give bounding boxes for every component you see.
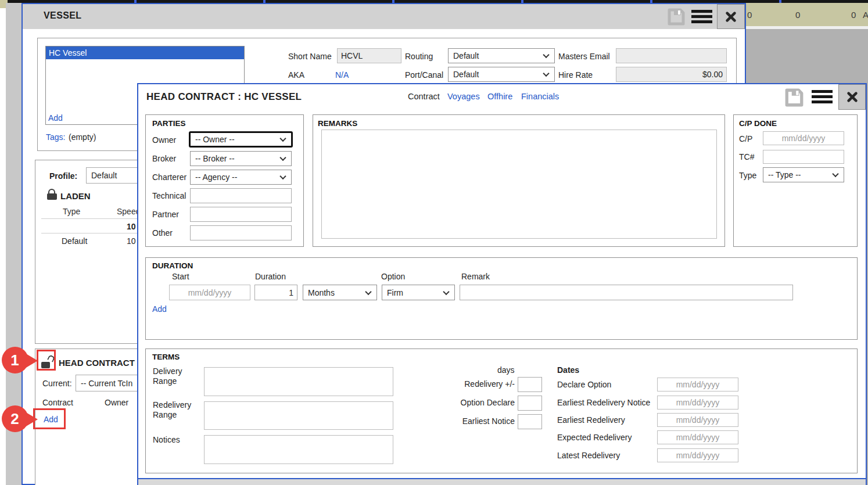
remarks-section: REMARKS: [313, 114, 725, 247]
tab-contract[interactable]: Contract: [408, 92, 440, 101]
menu-icon[interactable]: [691, 10, 712, 23]
routing-label: Routing: [405, 52, 433, 61]
duration-option-select[interactable]: Firm: [382, 285, 455, 300]
contract-col-header: Contract: [42, 398, 73, 407]
tags-link[interactable]: Tags:: [46, 132, 65, 142]
charterer-label: Charterer: [152, 173, 186, 182]
latest-redelivery-date[interactable]: [657, 448, 738, 462]
terms-title: TERMS: [152, 353, 180, 361]
cp-done-title: C/P DONE: [739, 119, 777, 128]
option-declare-input[interactable]: [518, 396, 542, 411]
owner-select-value: -- Owner --: [195, 135, 235, 144]
duration-add-link[interactable]: Add: [152, 304, 167, 314]
owner-label: Owner: [152, 135, 176, 145]
other-input[interactable]: [190, 225, 292, 240]
chevron-down-icon: [832, 171, 838, 177]
sheet-cell-3: 0: [851, 10, 856, 20]
broker-select[interactable]: -- Broker --: [190, 151, 292, 166]
close-icon: [724, 10, 737, 23]
tc-number-input[interactable]: [763, 150, 844, 164]
declare-option-label: Declare Option: [557, 380, 611, 389]
type-select-value: -- Type --: [768, 170, 801, 179]
chevron-down-icon: [279, 173, 286, 179]
latest-redelivery-label: Latest Redelivery: [557, 451, 620, 460]
tab-voyages[interactable]: Voyages: [447, 92, 480, 101]
owner-col-header: Owner: [105, 398, 128, 407]
owner-select[interactable]: -- Owner --: [189, 131, 293, 148]
partner-input[interactable]: [190, 207, 292, 222]
masters-email-label: Masters Email: [558, 52, 610, 61]
chevron-down-icon: [365, 288, 371, 294]
speed-row2-speed: 10: [127, 236, 136, 246]
duration-value-input[interactable]: [254, 285, 297, 300]
chevron-down-icon: [279, 135, 286, 142]
aka-value-link[interactable]: N/A: [335, 70, 349, 80]
type-select[interactable]: -- Type --: [763, 167, 844, 182]
duration-start-input[interactable]: [169, 285, 250, 300]
vessel-window-title: VESSEL: [44, 10, 82, 21]
duration-unit-select[interactable]: Months: [303, 285, 377, 300]
duration-col-option: Option: [381, 272, 405, 281]
delivery-range-label: Delivery Range: [153, 367, 200, 386]
delivery-range-textarea[interactable]: [204, 367, 393, 396]
close-icon: [846, 91, 859, 103]
current-label: Current:: [42, 379, 72, 388]
earliest-redelivery-label: Earliest Redelivery: [557, 415, 625, 425]
duration-remark-input[interactable]: [460, 285, 793, 300]
close-button[interactable]: [717, 4, 745, 29]
duration-unit-value: Months: [308, 288, 335, 297]
port-canal-select[interactable]: Default: [448, 67, 555, 82]
redelivery-range-textarea[interactable]: [204, 401, 393, 430]
chevron-down-icon: [543, 52, 549, 58]
parties-title: PARTIES: [152, 119, 186, 128]
spreadsheet-header-row: 0 0 0 A: [746, 3, 868, 26]
dialog-close-button[interactable]: [838, 84, 866, 110]
earliest-redelivery-date[interactable]: [657, 413, 738, 427]
notices-label: Notices: [153, 435, 180, 444]
vessel-list-item[interactable]: HC Vessel: [46, 46, 244, 59]
duration-option-value: Firm: [387, 288, 403, 297]
head-contract-title: HEAD CONTRACT: [59, 358, 135, 368]
speed-row1-speed: 10: [127, 222, 136, 231]
annotation-marker-1: 1: [1, 346, 38, 374]
head-contract-dialog: HEAD CONTRACT : HC VESSEL Contract Voyag…: [137, 83, 867, 479]
dates-header: Dates: [557, 365, 579, 375]
sheet-cell-1: 0: [747, 10, 752, 20]
notices-textarea[interactable]: [204, 435, 393, 464]
vessel-list-add-link[interactable]: Add: [48, 113, 63, 123]
duration-col-start: Start: [172, 272, 189, 281]
charterer-select-value: -- Agency --: [195, 173, 237, 182]
annotation-number-2: 2: [1, 410, 28, 428]
short-name-label: Short Name: [288, 52, 332, 61]
earliest-notice-input[interactable]: [518, 414, 542, 429]
expected-redelivery-date[interactable]: [657, 430, 738, 444]
redelivery-plus-minus-input[interactable]: [518, 377, 542, 392]
redelivery-range-label: Redelivery Range: [153, 400, 200, 420]
declare-option-date[interactable]: [657, 378, 738, 391]
redelivery-plus-minus-label: Redelivery +/-: [428, 379, 515, 389]
dialog-menu-icon[interactable]: [812, 90, 833, 103]
dialog-save-icon[interactable]: [784, 88, 804, 107]
annotation-box-1: [37, 350, 56, 371]
charterer-select[interactable]: -- Agency --: [190, 170, 292, 185]
profile-label: Profile:: [49, 171, 77, 181]
sheet-cell-2: 0: [795, 10, 800, 20]
remarks-textarea[interactable]: [321, 130, 717, 239]
technical-label: Technical: [152, 191, 186, 200]
chevron-down-icon: [443, 288, 449, 294]
earliest-redelivery-notice-date[interactable]: [657, 396, 738, 409]
tab-offhire[interactable]: Offhire: [487, 92, 512, 101]
routing-select[interactable]: Default: [448, 48, 555, 63]
tab-financials[interactable]: Financials: [521, 92, 559, 101]
masters-email-input[interactable]: [616, 48, 727, 63]
parties-section: PARTIES Owner -- Owner -- Broker -- Brok…: [145, 114, 304, 247]
technical-input[interactable]: [190, 188, 292, 203]
cp-date-input[interactable]: [763, 131, 844, 145]
duration-col-duration: Duration: [255, 272, 286, 281]
partner-label: Partner: [152, 210, 179, 219]
save-icon[interactable]: [666, 8, 686, 26]
short-name-input[interactable]: [337, 48, 401, 63]
chevron-down-icon: [543, 70, 549, 77]
hire-rate-input[interactable]: [616, 67, 727, 82]
type-label: Type: [739, 171, 756, 180]
